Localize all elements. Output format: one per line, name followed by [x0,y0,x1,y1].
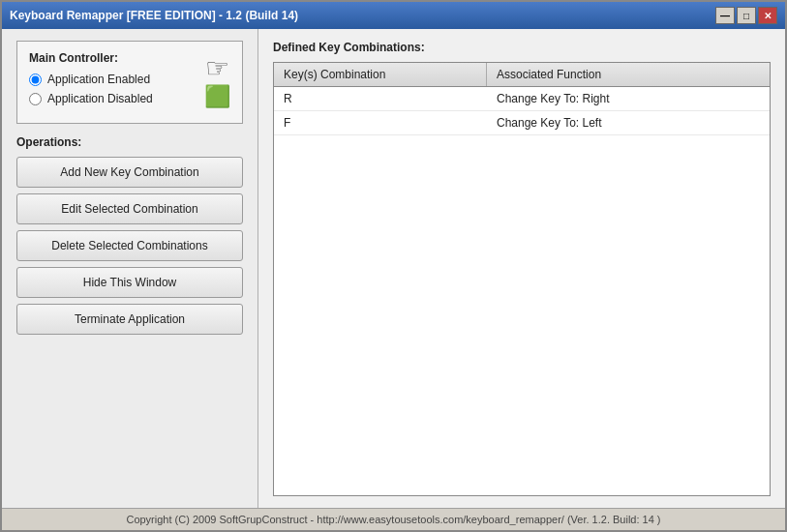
col-function-header: Associated Function [487,63,770,86]
operations-buttons: Add New Key Combination Edit Selected Co… [16,157,243,335]
table-row[interactable]: RChange Key To: Right [274,87,770,111]
associated-function-cell: Change Key To: Right [487,87,770,110]
main-window: Keyboard Remapper [FREE EDITION] - 1.2 (… [0,0,787,532]
window-title: Keyboard Remapper [FREE EDITION] - 1.2 (… [10,9,298,22]
radio-disabled-label: Application Disabled [47,92,153,105]
add-combination-button[interactable]: Add New Key Combination [16,157,243,188]
maximize-button[interactable]: □ [737,7,756,24]
controller-label: Main Controller: [29,51,204,65]
controller-radios: Main Controller: Application Enabled App… [29,51,204,111]
hide-window-button[interactable]: Hide This Window [16,267,243,298]
footer-text: Copyright (C) 2009 SoftGrupConstruct - h… [126,514,660,525]
operations-section: Operations: Add New Key Combination Edit… [16,135,243,335]
controller-header: Main Controller: Application Enabled App… [29,51,230,111]
window-body: Main Controller: Application Enabled App… [2,29,785,508]
key-combination-cell: R [274,87,487,110]
hand-icon: ☞ [205,55,229,82]
close-button[interactable]: ✕ [758,7,777,24]
table-body: RChange Key To: RightFChange Key To: Lef… [274,87,770,135]
edit-combination-button[interactable]: Edit Selected Combination [16,193,243,224]
controller-icon: 🟩 [204,84,230,109]
left-panel: Main Controller: Application Enabled App… [2,29,258,508]
terminate-button[interactable]: Terminate Application [16,304,243,335]
col-keys-header: Key(s) Combination [274,63,487,86]
controller-group: Main Controller: Application Enabled App… [16,41,243,124]
radio-disabled-row: Application Disabled [29,92,204,105]
associated-function-cell: Change Key To: Left [487,111,770,134]
radio-enabled-row: Application Enabled [29,73,204,86]
operations-label: Operations: [16,135,243,149]
table-header: Key(s) Combination Associated Function [274,63,770,87]
defined-combinations-label: Defined Key Combinations: [273,41,771,54]
title-bar-buttons: — □ ✕ [715,7,777,24]
combinations-table: Key(s) Combination Associated Function R… [273,62,771,496]
title-bar: Keyboard Remapper [FREE EDITION] - 1.2 (… [2,2,785,29]
radio-enabled-label: Application Enabled [47,73,150,86]
delete-combinations-button[interactable]: Delete Selected Combinations [16,230,243,261]
table-row[interactable]: FChange Key To: Left [274,111,770,135]
right-panel: Defined Key Combinations: Key(s) Combina… [258,29,785,508]
footer: Copyright (C) 2009 SoftGrupConstruct - h… [2,508,785,530]
radio-enabled[interactable] [29,74,42,86]
radio-disabled[interactable] [29,93,42,105]
controller-icons: ☞ 🟩 [204,51,230,109]
key-combination-cell: F [274,111,487,134]
minimize-button[interactable]: — [715,7,735,24]
